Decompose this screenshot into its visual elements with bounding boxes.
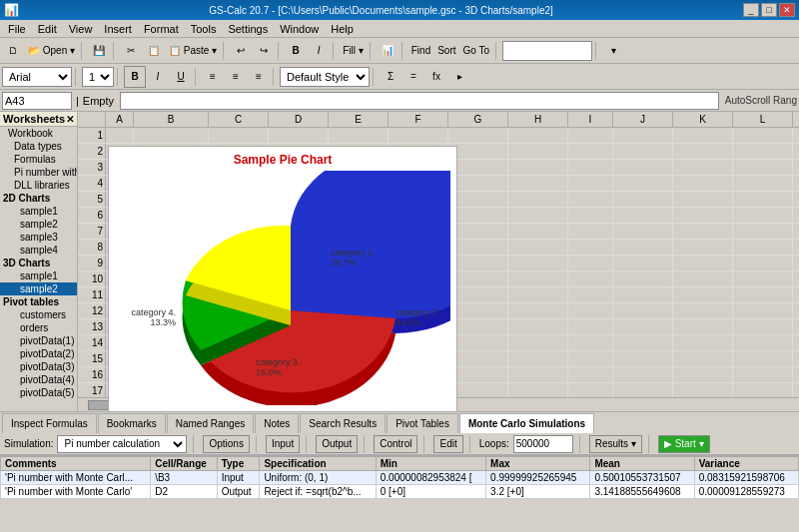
table-cell[interactable] bbox=[793, 192, 799, 207]
table-cell[interactable] bbox=[673, 224, 733, 239]
table-cell[interactable] bbox=[568, 303, 613, 318]
table-cell[interactable] bbox=[508, 335, 568, 350]
fx-button[interactable]: fx bbox=[425, 66, 447, 88]
table-cell[interactable] bbox=[733, 208, 793, 223]
table-cell[interactable] bbox=[508, 367, 568, 382]
table-row[interactable]: 1 bbox=[78, 128, 799, 144]
table-cell[interactable] bbox=[508, 303, 568, 318]
table-cell[interactable] bbox=[508, 256, 568, 270]
sidebar-item-customers[interactable]: customers bbox=[0, 308, 77, 321]
table-cell[interactable] bbox=[733, 319, 793, 334]
table-cell[interactable] bbox=[613, 303, 673, 318]
table-cell[interactable] bbox=[448, 176, 508, 191]
table-cell[interactable] bbox=[673, 271, 733, 286]
chart-button[interactable]: 📊 bbox=[377, 40, 399, 62]
copy-button[interactable]: 📋 bbox=[143, 40, 165, 62]
sidebar-item-3d-sample2[interactable]: sample2 bbox=[0, 282, 77, 295]
underline-button[interactable]: U bbox=[170, 66, 192, 88]
col-header-h[interactable]: H bbox=[508, 112, 568, 127]
table-cell[interactable] bbox=[568, 335, 613, 350]
sidebar-item-formulas[interactable]: Formulas bbox=[0, 153, 77, 166]
col-header-f[interactable]: F bbox=[389, 112, 448, 127]
table-cell[interactable] bbox=[793, 303, 799, 318]
paste-button[interactable]: 📋 Paste ▾ bbox=[166, 40, 220, 62]
table-cell[interactable] bbox=[613, 176, 673, 191]
table-cell[interactable] bbox=[568, 256, 613, 270]
sidebar-item-2d-sample3[interactable]: sample3 bbox=[0, 231, 77, 244]
sidebar-item-datatypes[interactable]: Data types bbox=[0, 140, 77, 153]
table-cell[interactable] bbox=[568, 192, 613, 207]
table-cell[interactable] bbox=[613, 383, 673, 398]
table-cell[interactable] bbox=[613, 240, 673, 255]
sidebar-item-pivotdata5[interactable]: pivotData(5) bbox=[0, 386, 77, 399]
tab-search-results[interactable]: Search Results bbox=[300, 413, 386, 433]
table-cell[interactable] bbox=[793, 383, 799, 398]
table-cell[interactable] bbox=[793, 319, 799, 334]
table-cell[interactable] bbox=[568, 351, 613, 366]
sidebar-item-2d-sample2[interactable]: sample2 bbox=[0, 218, 77, 231]
tab-named-ranges[interactable]: Named Ranges bbox=[167, 413, 254, 433]
col-header-l[interactable]: L bbox=[733, 112, 793, 127]
menu-file[interactable]: File bbox=[2, 22, 32, 36]
table-cell[interactable] bbox=[448, 335, 508, 350]
redo-button[interactable]: ↪ bbox=[253, 40, 275, 62]
table-cell[interactable] bbox=[448, 367, 508, 382]
table-cell[interactable] bbox=[613, 287, 673, 302]
table-cell[interactable] bbox=[613, 256, 673, 270]
start-button[interactable]: ▶ Start ▾ bbox=[658, 435, 710, 453]
font-size-selector[interactable]: 10 bbox=[82, 67, 114, 87]
table-cell[interactable] bbox=[568, 224, 613, 239]
bold-text-button[interactable]: B bbox=[124, 66, 146, 88]
menu-view[interactable]: View bbox=[63, 22, 99, 36]
menu-help[interactable]: Help bbox=[325, 22, 360, 36]
sidebar-item-2d-sample1[interactable]: sample1 bbox=[0, 205, 77, 218]
table-cell[interactable] bbox=[793, 128, 799, 143]
arrow-button[interactable]: ▸ bbox=[448, 66, 470, 88]
table-cell[interactable] bbox=[733, 383, 793, 398]
italic-text-button[interactable]: I bbox=[147, 66, 169, 88]
undo-button[interactable]: ↩ bbox=[230, 40, 252, 62]
table-cell[interactable] bbox=[508, 208, 568, 223]
table-cell[interactable] bbox=[613, 160, 673, 175]
table-cell[interactable] bbox=[673, 240, 733, 255]
col-header-c[interactable]: C bbox=[209, 112, 269, 127]
table-cell[interactable] bbox=[613, 271, 673, 286]
table-cell[interactable] bbox=[613, 144, 673, 159]
table-cell[interactable] bbox=[448, 271, 508, 286]
sidebar-item-dlllibraries[interactable]: DLL libraries bbox=[0, 179, 77, 192]
table-cell[interactable] bbox=[793, 271, 799, 286]
table-cell[interactable] bbox=[733, 287, 793, 302]
col-header-m[interactable]: M bbox=[793, 112, 799, 127]
table-cell[interactable] bbox=[793, 256, 799, 270]
find-button[interactable]: Find bbox=[408, 40, 433, 62]
sort-button[interactable]: Sort bbox=[434, 40, 458, 62]
table-cell[interactable] bbox=[568, 319, 613, 334]
table-cell[interactable] bbox=[448, 256, 508, 270]
menu-insert[interactable]: Insert bbox=[98, 22, 138, 36]
table-cell[interactable] bbox=[508, 144, 568, 159]
equals-button[interactable]: = bbox=[402, 66, 424, 88]
table-cell[interactable] bbox=[613, 208, 673, 223]
tab-monte-carlo[interactable]: Monte Carlo Simulations bbox=[459, 413, 594, 433]
tab-bookmarks[interactable]: Bookmarks bbox=[98, 413, 166, 433]
bold-button[interactable]: B bbox=[285, 40, 307, 62]
table-cell[interactable] bbox=[793, 144, 799, 159]
table-cell[interactable] bbox=[568, 208, 613, 223]
table-cell[interactable] bbox=[673, 144, 733, 159]
sidebar-item-2d-sample4[interactable]: sample4 bbox=[0, 244, 77, 257]
table-cell[interactable] bbox=[269, 128, 329, 143]
col-header-d[interactable]: D bbox=[269, 112, 329, 127]
menu-window[interactable]: Window bbox=[274, 22, 325, 36]
table-cell[interactable] bbox=[448, 160, 508, 175]
tab-pivot-tables[interactable]: Pivot Tables bbox=[387, 413, 458, 433]
table-cell[interactable] bbox=[568, 176, 613, 191]
menu-tools[interactable]: Tools bbox=[185, 22, 223, 36]
sum-button[interactable]: Σ bbox=[380, 66, 401, 88]
tab-inspect-formulas[interactable]: Inspect Formulas bbox=[2, 413, 97, 433]
col-header-i[interactable]: I bbox=[568, 112, 613, 127]
menu-settings[interactable]: Settings bbox=[222, 22, 274, 36]
table-cell[interactable] bbox=[793, 335, 799, 350]
table-cell[interactable] bbox=[673, 256, 733, 270]
table-cell[interactable] bbox=[568, 144, 613, 159]
table-cell[interactable] bbox=[793, 224, 799, 239]
